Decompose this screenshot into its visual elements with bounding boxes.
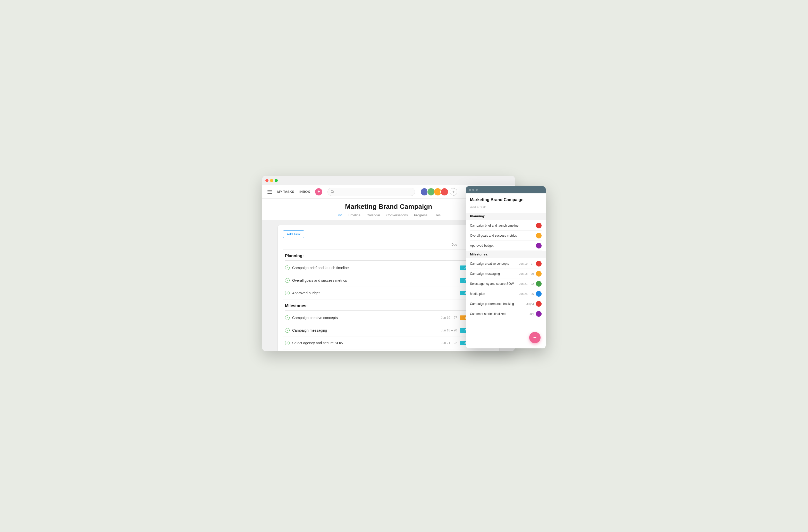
nav-links: MY TASKS INBOX [277, 190, 310, 194]
traffic-light-yellow[interactable] [270, 179, 273, 182]
task-name: Campaign messaging [292, 328, 429, 332]
side-panel-title: Marketing Brand Campaign [470, 197, 541, 202]
hamburger-icon[interactable] [268, 190, 272, 194]
tab-list[interactable]: List [336, 213, 342, 220]
side-task-name: Campaign performance tracking [470, 302, 524, 306]
side-section-milestones: Milestones: [466, 251, 546, 258]
side-task-due: July [529, 312, 534, 316]
add-task-button[interactable]: Add Task [283, 230, 304, 238]
side-task-row[interactable]: Campaign performance tracking July 3 [470, 299, 541, 309]
side-task-row[interactable]: Campaign brief and launch timeline [470, 221, 541, 231]
side-task-avatar [536, 223, 541, 228]
side-task-due: Jun 21 – 22 [519, 282, 534, 285]
fab-button[interactable]: + [529, 332, 540, 343]
search-bar[interactable] [328, 188, 415, 196]
side-task-due: Jun 25 – 26 [519, 292, 534, 296]
task-row[interactable]: ✓ Overall goals and success metrics Appr… [283, 274, 494, 287]
task-name: Campaign creative concepts [292, 316, 429, 320]
avatar-4 [440, 188, 448, 196]
search-icon [331, 190, 334, 193]
side-task-avatar [536, 243, 541, 248]
side-panel-dot-3 [476, 189, 478, 191]
add-button[interactable]: + [315, 188, 322, 195]
task-row[interactable]: ✓ Media plan Jun 25 – 26 In progress [283, 349, 494, 351]
title-bar [262, 176, 515, 185]
tab-timeline[interactable]: Timeline [348, 213, 361, 220]
tab-conversations[interactable]: Conversations [386, 213, 408, 220]
tab-progress[interactable]: Progress [414, 213, 427, 220]
tab-files[interactable]: Files [434, 213, 441, 220]
svg-line-1 [333, 192, 334, 193]
side-task-name: Approved budget [470, 244, 534, 247]
side-task-avatar [536, 271, 541, 277]
side-task-row[interactable]: Approved budget [470, 241, 541, 251]
section-planning: Planning: [285, 254, 494, 261]
side-task-row[interactable]: Campaign messaging Jun 18 – 20 [470, 269, 541, 279]
side-task-row[interactable]: Overall goals and success metrics [470, 231, 541, 241]
check-icon: ✓ [285, 316, 290, 320]
tab-calendar[interactable]: Calendar [367, 213, 380, 220]
side-task-name: Campaign creative concepts [470, 262, 517, 265]
side-task-avatar [536, 233, 541, 239]
traffic-light-green[interactable] [275, 179, 278, 182]
task-name: Overall goals and success metrics [292, 278, 429, 283]
nav-my-tasks[interactable]: MY TASKS [277, 190, 294, 194]
side-task-row[interactable]: Customer stories finalized July [470, 309, 541, 319]
side-task-row[interactable]: Campaign creative concepts Jun 19 – 27 [470, 259, 541, 269]
task-due: Jun 19 – 27 [431, 316, 457, 320]
header-avatar-group: + [420, 188, 457, 196]
side-task-name: Campaign messaging [470, 272, 517, 276]
side-task-due: July 3 [526, 302, 534, 305]
side-task-name: Media plan [470, 292, 517, 296]
side-task-name: Select agency and secure SOW [470, 282, 517, 286]
check-icon: ✓ [285, 328, 290, 333]
check-icon: ✓ [285, 341, 290, 345]
task-due: Jun 18 – 20 [431, 328, 457, 332]
side-task-avatar [536, 291, 541, 297]
traffic-light-red[interactable] [265, 179, 269, 182]
side-task-avatar [536, 261, 541, 267]
side-panel-dot-2 [472, 189, 474, 191]
side-task-name: Overall goals and success metrics [470, 234, 534, 238]
side-task-due: Jun 18 – 20 [519, 272, 534, 275]
task-row[interactable]: ✓ Select agency and secure SOW Jun 21 – … [283, 337, 494, 349]
nav-inbox[interactable]: INBOX [299, 190, 310, 194]
task-due: Jun 21 – 22 [431, 341, 457, 345]
task-name: Approved budget [292, 291, 429, 295]
check-icon: ✓ [285, 278, 290, 283]
side-task-row[interactable]: Media plan Jun 25 – 26 [470, 289, 541, 299]
side-task-avatar [536, 311, 541, 317]
check-icon: ✓ [285, 291, 290, 296]
side-task-row[interactable]: Select agency and secure SOW Jun 21 – 22 [470, 279, 541, 289]
task-row[interactable]: ✓ Campaign messaging Jun 18 – 20 Approve… [283, 324, 494, 337]
side-panel-dot-1 [469, 189, 471, 191]
section-milestones: Milestones: [285, 304, 494, 310]
scene: MY TASKS INBOX + + Marketing Brand Campa… [262, 176, 546, 356]
task-row[interactable]: ✓ Campaign brief and launch timeline App… [283, 262, 494, 274]
side-task-avatar [536, 301, 541, 307]
col-due-header: Due [431, 243, 457, 246]
side-section-planning: Planning: [466, 213, 546, 220]
side-panel-header [466, 186, 546, 193]
add-member-button[interactable]: + [449, 188, 457, 196]
task-row[interactable]: ✓ Campaign creative concepts Jun 19 – 27… [283, 311, 494, 324]
check-icon: ✓ [285, 265, 290, 270]
side-task-name: Customer stories finalized [470, 312, 527, 316]
task-name: Campaign brief and launch timeline [292, 266, 429, 270]
task-name: Select agency and secure SOW [292, 341, 429, 345]
side-panel-content: Marketing Brand Campaign Add a task... P… [466, 193, 546, 348]
side-add-task[interactable]: Add a task... [470, 205, 541, 209]
task-row[interactable]: ✓ Approved budget Approved [283, 287, 494, 300]
side-task-name: Campaign brief and launch timeline [470, 224, 534, 227]
side-task-avatar [536, 281, 541, 287]
task-table-header: Due Status [283, 242, 494, 249]
side-panel: Marketing Brand Campaign Add a task... P… [466, 186, 546, 348]
side-task-due: Jun 19 – 27 [519, 262, 534, 265]
